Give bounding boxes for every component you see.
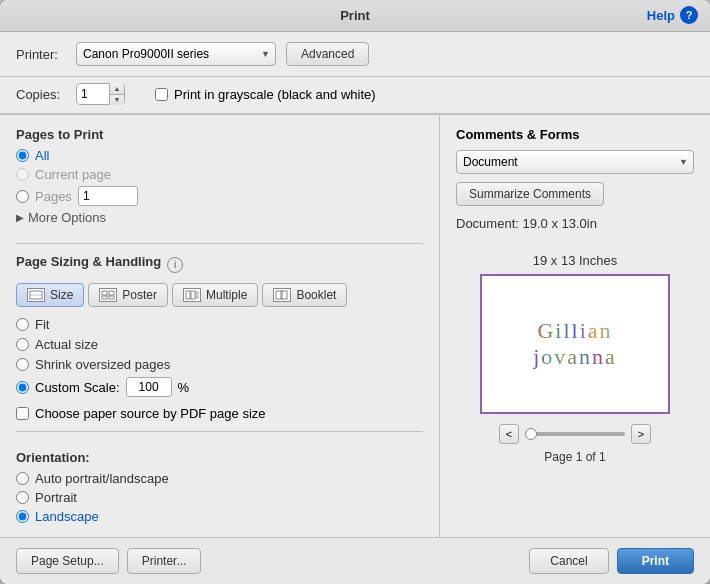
preview-content: Gillian jovanna <box>525 310 625 378</box>
copies-up-button[interactable]: ▲ <box>110 83 124 95</box>
preview-section: 19 x 13 Inches Gillian jovanna < > Page … <box>456 253 694 464</box>
portrait-radio[interactable] <box>16 491 29 504</box>
cancel-button[interactable]: Cancel <box>529 548 608 574</box>
printer-row: Printer: Canon Pro9000II series Advanced <box>0 32 710 77</box>
svg-rect-4 <box>102 296 107 299</box>
svg-rect-2 <box>102 291 107 295</box>
nav-next-button[interactable]: > <box>631 424 651 444</box>
all-radio[interactable] <box>16 149 29 162</box>
printer-select[interactable]: Canon Pro9000II series <box>76 42 276 66</box>
more-options-arrow: ▶ <box>16 212 24 223</box>
page-sizing-section: Page Sizing & Handling i Size Pos <box>16 254 423 421</box>
info-icon[interactable]: i <box>167 257 183 273</box>
pdf-source-row: Choose paper source by PDF page size <box>16 406 423 421</box>
booklet-tab-label: Booklet <box>296 288 336 302</box>
sizing-header: Page Sizing & Handling i <box>16 254 423 275</box>
pages-label: Pages <box>35 189 72 204</box>
help-icon[interactable]: ? <box>680 6 698 24</box>
booklet-tab-icon <box>273 288 291 302</box>
poster-tab[interactable]: Poster <box>88 283 168 307</box>
shrink-radio[interactable] <box>16 358 29 371</box>
actual-size-row: Actual size <box>16 337 423 352</box>
svg-rect-7 <box>191 291 195 299</box>
landscape-row: Landscape <box>16 509 423 524</box>
landscape-radio[interactable] <box>16 510 29 523</box>
pages-range-input[interactable] <box>78 186 138 206</box>
pages-section-title: Pages to Print <box>16 127 423 142</box>
copies-input[interactable] <box>77 84 109 104</box>
size-tab-label: Size <box>50 288 73 302</box>
size-tab-icon <box>27 288 45 302</box>
more-options-label: More Options <box>28 210 106 225</box>
svg-rect-10 <box>282 291 287 299</box>
comments-select-wrapper: Document <box>456 150 694 174</box>
bottom-bar: Page Setup... Printer... Cancel Print <box>0 537 710 584</box>
fit-row: Fit <box>16 317 423 332</box>
page-indicator: Page 1 of 1 <box>456 450 694 464</box>
more-options-row[interactable]: ▶ More Options <box>16 210 423 225</box>
actual-size-radio[interactable] <box>16 338 29 351</box>
nav-prev-button[interactable]: < <box>499 424 519 444</box>
advanced-button[interactable]: Advanced <box>286 42 369 66</box>
print-button[interactable]: Print <box>617 548 694 574</box>
copies-down-button[interactable]: ▼ <box>110 95 124 106</box>
shrink-label: Shrink oversized pages <box>35 357 170 372</box>
actual-size-label: Actual size <box>35 337 98 352</box>
left-panel: Pages to Print All Current page Pages ▶ … <box>0 115 440 537</box>
copies-spinner: ▲ ▼ <box>109 83 124 105</box>
current-page-radio[interactable] <box>16 168 29 181</box>
preview-line2: jovanna <box>533 344 617 370</box>
pdf-source-label: Choose paper source by PDF page size <box>35 406 266 421</box>
pdf-source-checkbox[interactable] <box>16 407 29 420</box>
page-setup-button[interactable]: Page Setup... <box>16 548 119 574</box>
printer-label: Printer: <box>16 47 66 62</box>
all-radio-row: All <box>16 148 423 163</box>
pages-input-row: Pages <box>16 186 423 206</box>
shrink-row: Shrink oversized pages <box>16 357 423 372</box>
sizing-options: Fit Actual size Shrink oversized pages C… <box>16 317 423 421</box>
comments-forms-title: Comments & Forms <box>456 127 694 142</box>
percent-label: % <box>178 380 190 395</box>
grayscale-checkbox[interactable] <box>155 88 168 101</box>
custom-scale-row: Custom Scale: % <box>16 377 423 397</box>
preview-line1: Gillian <box>533 318 617 344</box>
custom-scale-label: Custom Scale: <box>35 380 120 395</box>
size-tab[interactable]: Size <box>16 283 84 307</box>
divider-1 <box>16 243 423 244</box>
scale-input[interactable] <box>126 377 172 397</box>
custom-scale-radio[interactable] <box>16 381 29 394</box>
main-content: Pages to Print All Current page Pages ▶ … <box>0 115 710 537</box>
portrait-row: Portrait <box>16 490 423 505</box>
svg-rect-5 <box>109 296 114 299</box>
nav-slider[interactable] <box>525 432 625 436</box>
multiple-tab-label: Multiple <box>206 288 247 302</box>
orientation-section: Orientation: Auto portrait/landscape Por… <box>16 450 423 524</box>
print-dialog: Print Help ? Printer: Canon Pro9000II se… <box>0 0 710 584</box>
multiple-tab[interactable]: Multiple <box>172 283 258 307</box>
title-bar: Print Help ? <box>0 0 710 32</box>
preview-box: Gillian jovanna <box>480 274 670 414</box>
fit-radio[interactable] <box>16 318 29 331</box>
printer-select-wrapper: Canon Pro9000II series <box>76 42 276 66</box>
svg-rect-3 <box>109 291 114 295</box>
comments-select[interactable]: Document <box>456 150 694 174</box>
auto-orient-row: Auto portrait/landscape <box>16 471 423 486</box>
top-controls: Printer: Canon Pro9000II series Advanced… <box>0 32 710 115</box>
printer-button[interactable]: Printer... <box>127 548 202 574</box>
help-link[interactable]: Help <box>647 8 675 23</box>
auto-orient-label: Auto portrait/landscape <box>35 471 169 486</box>
copies-row: Copies: ▲ ▼ Print in grayscale (black an… <box>0 77 710 114</box>
current-page-radio-row: Current page <box>16 167 423 182</box>
fit-label: Fit <box>35 317 49 332</box>
doc-size: Document: 19.0 x 13.0in <box>456 216 694 231</box>
booklet-tab[interactable]: Booklet <box>262 283 347 307</box>
sizing-tab-row: Size Poster Multiple <box>16 283 423 307</box>
all-label: All <box>35 148 49 163</box>
nav-row: < > <box>456 424 694 444</box>
svg-rect-8 <box>196 292 198 298</box>
auto-orient-radio[interactable] <box>16 472 29 485</box>
copies-label: Copies: <box>16 87 66 102</box>
summarize-button[interactable]: Summarize Comments <box>456 182 604 206</box>
poster-tab-icon <box>99 288 117 302</box>
pages-radio[interactable] <box>16 190 29 203</box>
